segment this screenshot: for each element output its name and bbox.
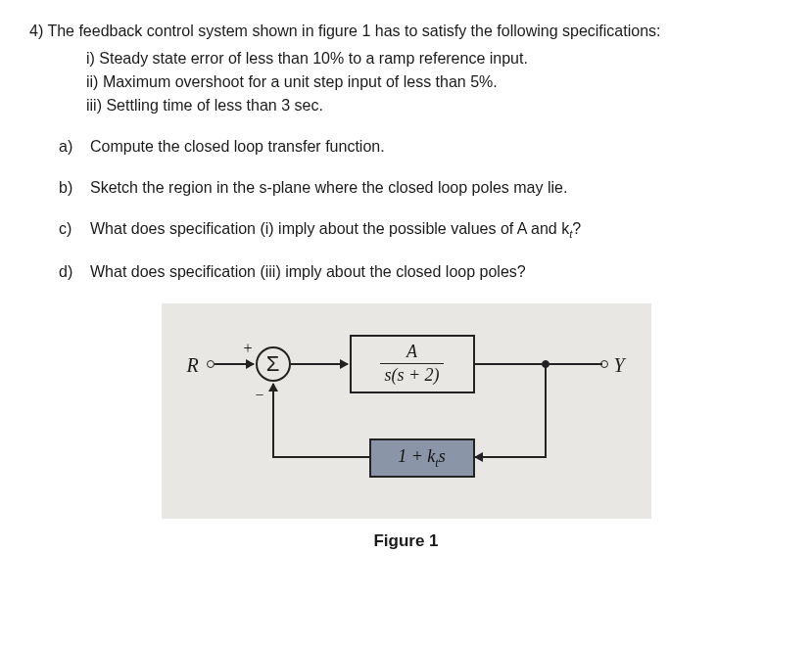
- part-d: d) What does specification (iii) imply a…: [59, 260, 783, 284]
- fb-suffix: s: [439, 446, 446, 466]
- problem-stem: 4) The feedback control system shown in …: [29, 20, 783, 43]
- problem-stem-text: The feedback control system shown in fig…: [47, 23, 660, 39]
- forward-fraction: A s(s + 2): [380, 343, 443, 387]
- part-text: What does specification (i) imply about …: [90, 217, 783, 243]
- wire: [272, 384, 274, 458]
- part-label: c): [59, 217, 90, 243]
- wire: [475, 456, 547, 458]
- part-label: b): [59, 176, 90, 200]
- specifications-list: i) Steady state error of less than 10% t…: [86, 47, 783, 117]
- fb-prefix: 1 + k: [398, 446, 435, 466]
- parts-list: a) Compute the closed loop transfer func…: [59, 135, 783, 284]
- part-c-qmark: ?: [572, 220, 581, 237]
- feedback-transfer-block: 1 + kts: [369, 438, 475, 478]
- wire: [215, 363, 254, 365]
- figure-1: R + Σ − A s(s + 2) Y: [152, 303, 661, 554]
- part-a: a) Compute the closed loop transfer func…: [59, 135, 783, 159]
- summing-junction: Σ: [256, 346, 291, 382]
- problem-number: 4): [29, 23, 43, 39]
- spec-item: i) Steady state error of less than 10% t…: [86, 47, 783, 70]
- feedback-expression: 1 + kts: [398, 443, 446, 472]
- wire: [272, 456, 369, 458]
- plus-sign: +: [244, 337, 253, 360]
- sigma-symbol: Σ: [266, 347, 280, 380]
- spec-item: ii) Maximum overshoot for a unit step in…: [86, 70, 783, 94]
- spec-item: iii) Settling time of less than 3 sec.: [86, 94, 783, 117]
- part-text: Compute the closed loop transfer functio…: [90, 135, 783, 159]
- part-c-main: What does specification (i) imply about …: [90, 220, 569, 237]
- part-label: a): [59, 135, 90, 159]
- part-c: c) What does specification (i) imply abo…: [59, 217, 783, 243]
- forward-transfer-block: A s(s + 2): [350, 335, 475, 393]
- part-label: d): [59, 260, 90, 284]
- wire: [291, 363, 348, 365]
- output-label: Y: [614, 350, 625, 380]
- wire: [545, 364, 547, 458]
- block-diagram: R + Σ − A s(s + 2) Y: [162, 303, 651, 519]
- wire: [475, 363, 602, 365]
- input-terminal: [207, 360, 215, 368]
- figure-caption: Figure 1: [152, 529, 661, 554]
- input-label: R: [187, 350, 199, 380]
- part-text: What does specification (iii) imply abou…: [90, 260, 783, 284]
- fraction-denominator: s(s + 2): [380, 363, 443, 386]
- output-terminal: [600, 360, 608, 368]
- part-text: Sketch the region in the s-plane where t…: [90, 176, 783, 200]
- fraction-numerator: A: [403, 343, 421, 364]
- minus-sign: −: [256, 384, 264, 407]
- part-b: b) Sketch the region in the s-plane wher…: [59, 176, 783, 200]
